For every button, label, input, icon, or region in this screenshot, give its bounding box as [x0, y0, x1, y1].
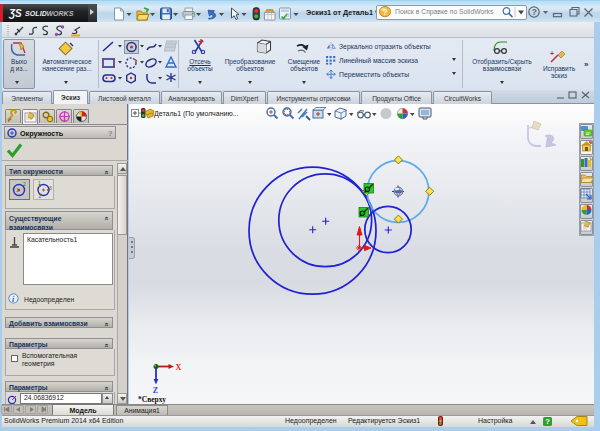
svg-text:+: +: [550, 50, 554, 57]
svg-text:?: ?: [383, 7, 388, 17]
svg-text:2: 2: [23, 181, 26, 187]
svg-text:Деталь1 (По умолчанию...: Деталь1 (По умолчанию...: [154, 110, 239, 118]
svg-text:3: 3: [49, 185, 52, 191]
svg-text:X: X: [176, 363, 182, 372]
svg-text:?: ?: [545, 417, 550, 426]
svg-text:Z: Z: [153, 386, 158, 395]
svg-text:SOLID: SOLID: [25, 10, 47, 17]
svg-text:*Сверху: *Сверху: [138, 395, 166, 404]
svg-text:2: 2: [39, 193, 42, 198]
svg-text:ƷS: ƷS: [8, 8, 22, 19]
svg-text:?: ?: [532, 7, 538, 17]
svg-text:1: 1: [38, 181, 41, 186]
svg-text:WORKS: WORKS: [47, 10, 74, 17]
svg-text:1: 1: [16, 187, 19, 193]
